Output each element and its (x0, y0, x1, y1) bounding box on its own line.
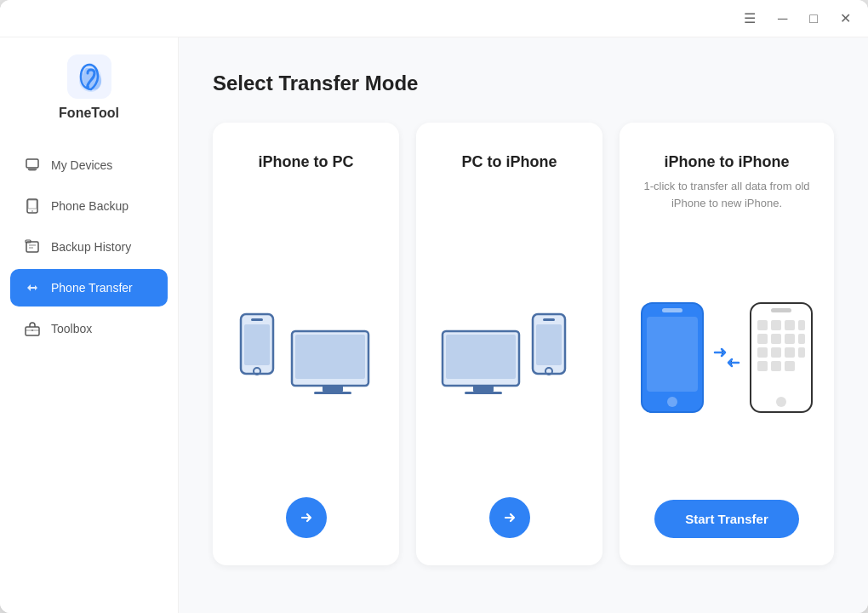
sidebar-item-my-devices[interactable]: My Devices (10, 146, 168, 184)
svg-point-1 (86, 85, 89, 89)
card-title-iphone-to-pc: iPhone to PC (259, 153, 354, 171)
svg-rect-51 (798, 347, 805, 358)
sidebar: FoneTool My Devices (0, 37, 179, 613)
svg-rect-39 (785, 320, 795, 330)
transfer-cards-row: iPhone to PC (213, 123, 834, 565)
minimize-button[interactable]: ─ (774, 10, 791, 27)
phone-svg-2 (529, 312, 579, 398)
iphone-to-iphone-card: iPhone to iPhone 1-click to transfer all… (620, 123, 834, 565)
svg-rect-20 (295, 335, 365, 379)
menu-button[interactable]: ☰ (740, 10, 759, 27)
card-action-iphone-to-pc (286, 484, 327, 538)
svg-rect-41 (757, 334, 768, 344)
monitor-svg-2 (441, 329, 526, 398)
card-desc-iphone-to-iphone: 1-click to transfer all data from old iP… (640, 178, 814, 211)
white-iphone-svg (749, 301, 814, 414)
close-button[interactable]: ✕ (837, 10, 854, 27)
backup-history-icon (24, 238, 41, 255)
svg-point-34 (667, 397, 677, 407)
svg-rect-28 (543, 318, 555, 321)
sidebar-item-phone-backup[interactable]: Phone Backup (10, 187, 168, 225)
card-title-pc-to-iphone: PC to iPhone (462, 153, 557, 171)
page-title: Select Transfer Mode (213, 72, 834, 95)
card-title-iphone-to-iphone: iPhone to iPhone (665, 153, 790, 171)
blue-iphone-svg (640, 301, 705, 414)
phone-svg-1 (237, 312, 287, 398)
svg-rect-21 (323, 386, 343, 392)
card-action-iphone-to-iphone: Start Transfer (654, 486, 799, 538)
svg-rect-40 (798, 320, 805, 330)
svg-rect-17 (244, 324, 270, 365)
svg-rect-24 (446, 335, 516, 379)
svg-rect-50 (798, 334, 805, 344)
maximize-button[interactable]: □ (806, 10, 821, 27)
phone-transfer-icon (24, 279, 41, 296)
iphone-to-pc-arrow-button[interactable] (286, 497, 327, 538)
title-bar: ☰ ─ □ ✕ (0, 0, 868, 37)
svg-rect-25 (473, 386, 494, 392)
card-illustration-pc-to-iphone (437, 239, 582, 470)
sidebar-logo: FoneTool (0, 54, 178, 121)
app-window: ☰ ─ □ ✕ FoneTool (0, 0, 868, 613)
svg-point-52 (776, 397, 786, 407)
sidebar-item-toolbox[interactable]: Toolbox (10, 310, 168, 347)
sidebar-item-label: Backup History (51, 240, 131, 254)
svg-rect-43 (785, 334, 795, 344)
svg-rect-16 (251, 318, 263, 321)
sidebar-item-label: Phone Backup (51, 199, 128, 213)
main-layout: FoneTool My Devices (0, 37, 868, 613)
sidebar-nav: My Devices Phone Backup (0, 146, 178, 347)
start-transfer-button[interactable]: Start Transfer (654, 500, 799, 538)
svg-rect-36 (771, 308, 791, 312)
toolbox-icon (24, 320, 41, 337)
card-action-pc-to-iphone (489, 484, 530, 538)
svg-rect-48 (771, 361, 781, 371)
svg-rect-6 (28, 200, 37, 209)
sidebar-item-label: My Devices (51, 158, 112, 172)
svg-rect-42 (771, 334, 781, 344)
svg-rect-22 (314, 392, 351, 394)
svg-rect-46 (785, 347, 795, 358)
monitor-svg-1 (290, 329, 375, 398)
svg-rect-45 (771, 347, 781, 358)
card-illustration-iphone-to-iphone (640, 242, 814, 473)
svg-rect-29 (536, 324, 562, 365)
sidebar-item-label: Phone Transfer (51, 281, 133, 295)
phone-backup-icon (24, 198, 41, 215)
my-devices-icon (24, 157, 41, 174)
sidebar-item-backup-history[interactable]: Backup History (10, 228, 168, 266)
content-area: Select Transfer Mode iPhone to PC (179, 37, 868, 613)
svg-rect-33 (647, 317, 698, 392)
svg-rect-49 (785, 361, 795, 371)
sidebar-item-label: Toolbox (51, 322, 92, 335)
svg-rect-8 (26, 242, 38, 252)
transfer-arrows-icon (713, 346, 740, 370)
svg-rect-44 (757, 347, 768, 358)
sidebar-item-phone-transfer[interactable]: Phone Transfer (10, 269, 168, 306)
title-bar-buttons: ☰ ─ □ ✕ (740, 10, 854, 27)
svg-rect-47 (757, 361, 768, 371)
svg-rect-32 (662, 308, 682, 312)
fonetool-logo-icon (67, 54, 111, 99)
svg-rect-2 (26, 159, 38, 168)
card-illustration-iphone-to-pc (233, 239, 379, 470)
svg-rect-38 (771, 320, 781, 330)
svg-point-7 (31, 210, 33, 212)
svg-rect-14 (31, 329, 33, 331)
svg-rect-37 (757, 320, 768, 330)
iphone-to-pc-card: iPhone to PC (213, 123, 399, 565)
pc-to-iphone-card: PC to iPhone (416, 123, 602, 565)
pc-to-iphone-arrow-button[interactable] (489, 497, 530, 538)
svg-rect-26 (465, 392, 502, 394)
logo-text: FoneTool (59, 106, 119, 121)
